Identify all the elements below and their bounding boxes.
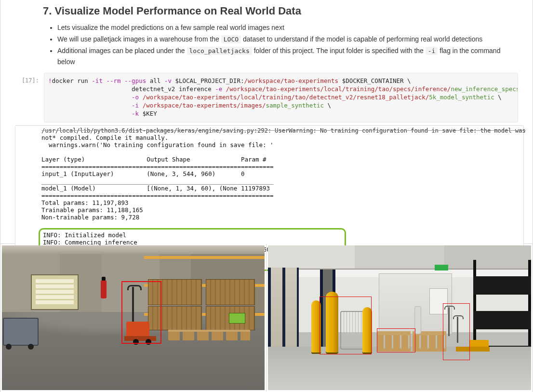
code-t: -o [132,94,139,101]
code-t [48,102,132,109]
detection-bbox [121,281,161,344]
code-t: sample_synthetic [266,102,324,109]
code-t: \ [324,102,331,109]
result-images-row [0,244,533,392]
code-t: /workspace/tao-experiments [244,77,338,84]
code-cell: [17]: !docker run -it --rm --gpus all -v… [9,73,518,122]
output-line: /usr/local/lib/python3.6/dist-packages/k… [41,127,525,134]
code-t: $DOCKER_CONTAINER \ [338,77,411,84]
bullet-item: Additional images can be placed under th… [57,45,518,68]
detection-bbox [320,297,372,354]
warehouse-scene-1 [2,245,265,390]
output-line: input_1 (InputLayer) (None, 3, 544, 960)… [41,170,244,177]
markdown-cell: 7. Visualize Model Performance on Real W… [43,0,518,68]
bullet-text: Additional images can be placed under th… [57,47,187,54]
code-t: all [146,77,164,84]
page-frame: 7. Visualize Model Performance on Real W… [0,0,533,392]
result-image-left [0,244,266,392]
section-heading: 7. Visualize Model Performance on Real W… [43,5,518,17]
output-line: Trainable params: 11,188,165 [41,206,143,214]
bullet-item: We will use palletjack images in a wareh… [57,34,518,45]
code-t: /workspace/tao-experiments/local/trainin… [222,85,451,93]
code-t: detectnet_v2 inference [48,85,215,93]
bullet-text: Lets visualize the model predictions on … [57,24,284,31]
inline-code: LOCO [221,35,241,43]
code-t [48,94,132,101]
warehouse-scene-2 [268,245,531,390]
result-image-right [266,244,533,392]
code-input[interactable]: !docker run -it --rm --gpus all -v $LOCA… [44,73,518,122]
output-line: Layer (type) Output Shape Param # [41,156,266,163]
bullet-text: folder of this project. The input folder… [254,47,426,54]
code-t: -e [215,85,222,93]
code-t: new_inference_specs [451,85,518,93]
output-line: model_1 (Model) [(None, 1, 34, 60), (Non… [41,185,270,192]
code-t: -v [164,77,172,84]
inline-code: -i [426,47,438,55]
bullet-text: dataset to understand if the model is ca… [243,35,482,43]
code-t: docker run [52,77,92,84]
code-t: -it --rm --gpus [92,77,146,84]
code-t [48,110,132,117]
exit-sign-icon [435,265,448,270]
code-t: -k [132,110,139,117]
detection-bbox [377,328,415,352]
code-t: -i [132,102,139,109]
code-t: \ [494,94,502,101]
code-t: 5k_model_synthetic [429,94,494,101]
code-t: /workspace/tao-experiments/local/trainin… [139,94,429,101]
detection-bbox [443,303,470,360]
output-line: Non-trainable params: 9,728 [41,214,139,221]
output-line: warnings.warn('No training configuration… [41,141,274,149]
code-t: /workspace/tao-experiments/images/ [139,102,266,109]
output-line: ========================================… [41,192,274,199]
output-line: INFO: Initialized model [43,231,126,239]
code-t: ! [48,77,52,84]
code-t: $KEY [139,110,157,117]
inline-code: loco_palletjacks [187,47,252,55]
output-line: ________________________________________… [41,177,274,185]
bullet-text: We will use palletjack images in a wareh… [57,35,221,43]
bullet-item: Lets visualize the model predictions on … [57,22,518,34]
output-line: not* compiled. Compile it manually. [41,134,168,141]
code-t: $LOCAL_PROJECT_DIR: [172,77,244,84]
output-line: Total params: 11,197,893 [41,199,129,206]
cell-prompt: [17]: [9,73,44,84]
bullet-list: Lets visualize the model predictions on … [43,22,518,68]
notebook-section: 7. Visualize Model Performance on Real W… [0,0,533,244]
output-line: ========================================… [41,163,274,170]
